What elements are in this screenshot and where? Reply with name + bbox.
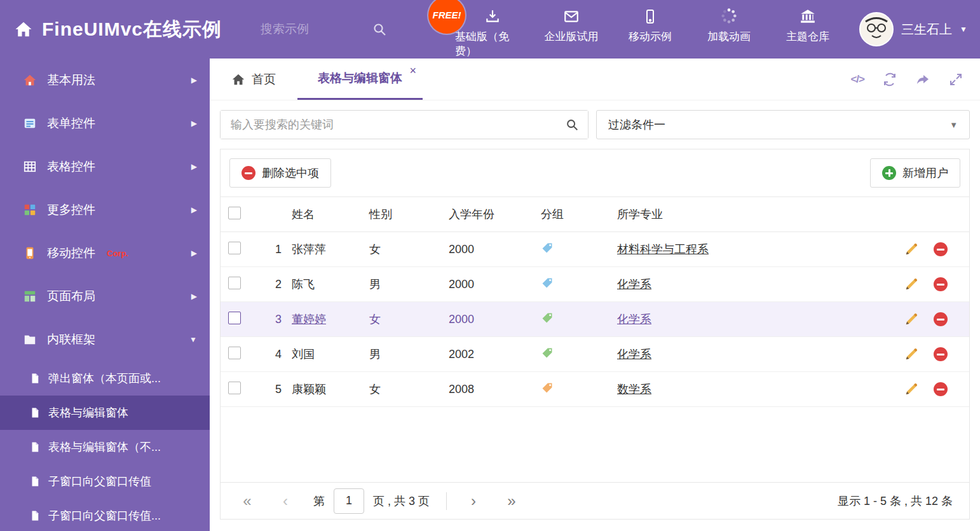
file-icon <box>29 406 41 419</box>
brand[interactable]: FineUIMvc在线示例 <box>0 17 261 43</box>
tag-icon <box>541 242 554 254</box>
home-icon <box>23 73 37 87</box>
row-checkbox[interactable] <box>228 242 241 254</box>
button-label: 新增用户 <box>902 165 948 181</box>
table-row[interactable]: 4 刘国 男 2002 化学系 <box>221 337 969 372</box>
tab-home[interactable]: 首页 <box>221 59 286 100</box>
search-icon[interactable] <box>372 22 387 37</box>
table-row[interactable]: 1 张萍萍 女 2000 材料科学与工程系 <box>221 232 969 267</box>
close-icon[interactable]: × <box>409 65 416 76</box>
major-link[interactable]: 化学系 <box>617 348 651 361</box>
table-row[interactable]: 2 陈飞 男 2000 化学系 <box>221 267 969 302</box>
sidebar-item-form-controls[interactable]: 表单控件 ▶ <box>0 102 210 145</box>
sidebar-item-label: 页面布局 <box>47 288 95 305</box>
header-search-input[interactable] <box>261 22 372 36</box>
code-icon[interactable]: </> <box>850 73 864 86</box>
nav-item-basic-edition[interactable]: 基础版（免费） <box>455 6 530 59</box>
chevron-down-icon: ▼ <box>189 335 197 344</box>
select-all-checkbox[interactable] <box>228 207 241 219</box>
edit-icon[interactable] <box>904 277 918 291</box>
major-link[interactable]: 数学系 <box>617 383 651 396</box>
edit-icon[interactable] <box>904 242 918 256</box>
spinner-icon <box>720 6 738 25</box>
major-link[interactable]: 化学系 <box>617 313 651 326</box>
sidebar-item-basic-usage[interactable]: 基本用法 ▶ <box>0 59 210 102</box>
sidebar-item-inline-frame[interactable]: 内联框架 ▼ <box>0 318 210 361</box>
nav-item-loading-animation[interactable]: 加载动画 <box>691 6 766 59</box>
sidebar-item-table-controls[interactable]: 表格控件 ▶ <box>0 145 210 188</box>
nav-item-enterprise-trial[interactable]: 企业版试用 <box>534 6 609 59</box>
sidebar-item-more-controls[interactable]: 更多控件 ▶ <box>0 188 210 231</box>
expand-icon[interactable] <box>948 72 963 87</box>
next-page-icon[interactable]: › <box>463 492 484 510</box>
user-menu[interactable]: 三生石上 ▼ <box>859 12 967 46</box>
sidebar-submenu: 弹出窗体（本页面或... 表格与编辑窗体 表格与编辑窗体（不... 子窗口向父窗… <box>0 361 210 531</box>
app-root: FineUIMvc在线示例 FREE! 基础版（免费） 企业版试用 <box>0 0 980 531</box>
row-checkbox[interactable] <box>228 382 241 394</box>
nav-item-theme-repo[interactable]: 主题仓库 <box>770 6 845 59</box>
body: 基本用法 ▶ 表单控件 ▶ 表格控件 ▶ 更多控件 ▶ 移动控件 <box>0 59 980 531</box>
sidebar-subitem-grid-edit-window[interactable]: 表格与编辑窗体 <box>0 396 210 430</box>
divider <box>446 492 447 510</box>
share-icon[interactable] <box>915 72 930 87</box>
row-checkbox[interactable] <box>228 347 241 359</box>
cell-gender: 女 <box>369 312 449 327</box>
sidebar-item-label: 内联框架 <box>47 331 95 348</box>
form-icon <box>23 116 37 130</box>
sidebar-item-mobile-controls[interactable]: 移动控件 Corp. ▶ <box>0 231 210 275</box>
delete-selected-button[interactable]: 删除选中项 <box>229 158 331 188</box>
sidebar-item-label: 更多控件 <box>47 202 95 218</box>
table-row[interactable]: 5 康颖颖 女 2008 数学系 <box>221 372 969 407</box>
page-prefix: 第 <box>313 493 325 509</box>
column-header-year[interactable]: 入学年份 <box>449 207 541 222</box>
layout-icon <box>23 289 37 303</box>
major-link[interactable]: 材料科学与工程系 <box>617 243 709 256</box>
row-checkbox[interactable] <box>228 312 241 324</box>
row-checkbox[interactable] <box>228 277 241 289</box>
edit-icon[interactable] <box>904 382 918 396</box>
last-page-icon[interactable]: » <box>501 492 522 510</box>
column-header-gender[interactable]: 性别 <box>369 207 449 222</box>
home-icon <box>231 72 245 86</box>
sidebar-item-page-layout[interactable]: 页面布局 ▶ <box>0 275 210 318</box>
filter-dropdown[interactable]: 过滤条件一 ▼ <box>596 110 970 139</box>
delete-row-icon[interactable] <box>934 382 948 396</box>
sidebar-subitem-popup-window[interactable]: 弹出窗体（本页面或... <box>0 361 210 396</box>
sidebar-subitem-child-to-parent[interactable]: 子窗口向父窗口传值 <box>0 464 210 499</box>
top-bar: FineUIMvc在线示例 FREE! 基础版（免费） 企业版试用 <box>0 0 980 59</box>
search-icon[interactable] <box>565 118 579 132</box>
header-search <box>261 22 399 37</box>
delete-row-icon[interactable] <box>934 312 948 326</box>
sidebar-subitem-grid-edit-window-2[interactable]: 表格与编辑窗体（不... <box>0 430 210 464</box>
prev-page-icon[interactable]: ‹ <box>275 492 296 510</box>
delete-row-icon[interactable] <box>934 347 948 361</box>
first-page-icon[interactable]: « <box>237 492 257 510</box>
nav-item-mobile-demo[interactable]: 移动示例 <box>613 6 688 59</box>
column-header-name[interactable]: 姓名 <box>292 207 369 222</box>
delete-row-icon[interactable] <box>934 277 948 291</box>
cell-name: 刘国 <box>292 347 369 362</box>
column-header-major[interactable]: 所学专业 <box>617 207 887 222</box>
sidebar-subitem-child-to-parent-2[interactable]: 子窗口向父窗口传值... <box>0 499 210 531</box>
sidebar-subitem-label: 子窗口向父窗口传值 <box>48 474 151 489</box>
mobile-controls-icon <box>23 246 37 260</box>
corp-badge: Corp. <box>107 249 128 258</box>
page-number-input[interactable] <box>334 488 364 514</box>
table-row[interactable]: 3 董婷婷 女 2000 化学系 <box>221 302 969 337</box>
nav-item-label: 基础版（免费） <box>455 29 530 59</box>
page-suffix: 页 , 共 3 页 <box>373 493 430 509</box>
mobile-icon <box>643 6 658 25</box>
tab-label: 表格与编辑窗体 <box>318 70 402 86</box>
refresh-icon[interactable] <box>882 72 897 87</box>
column-header-group[interactable]: 分组 <box>541 207 617 222</box>
main-content: 首页 表格与编辑窗体 × </> <box>210 59 980 531</box>
nav-item-label: 移动示例 <box>629 29 672 44</box>
edit-icon[interactable] <box>904 347 918 361</box>
tab-grid-edit-window[interactable]: 表格与编辑窗体 × <box>297 59 423 100</box>
delete-row-icon[interactable] <box>934 242 948 256</box>
major-link[interactable]: 化学系 <box>617 278 651 291</box>
pagination-bar: « ‹ 第 页 , 共 3 页 › » 显示 1 - 5 条 , 共 12 条 <box>221 482 969 519</box>
add-user-button[interactable]: 新增用户 <box>870 158 960 188</box>
edit-icon[interactable] <box>904 312 918 326</box>
keyword-search-input[interactable] <box>221 111 588 139</box>
